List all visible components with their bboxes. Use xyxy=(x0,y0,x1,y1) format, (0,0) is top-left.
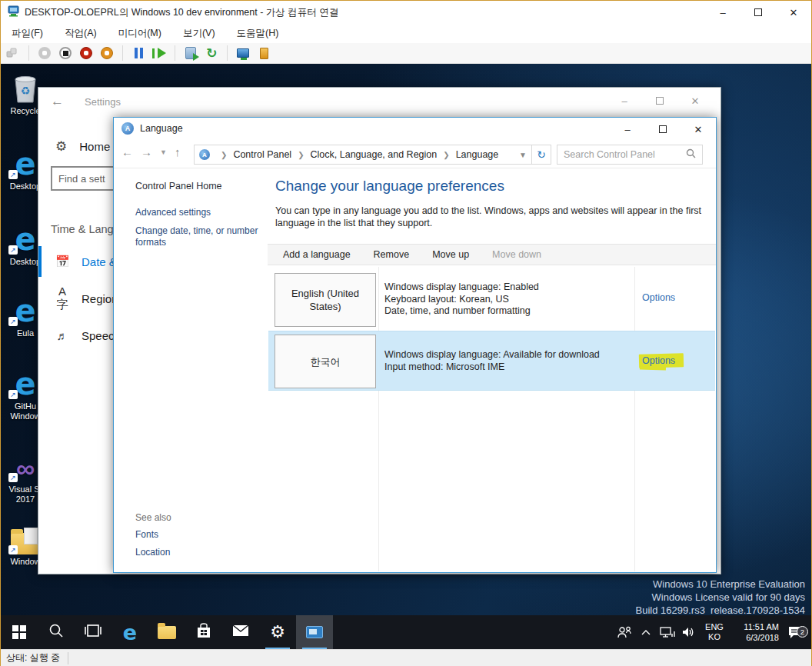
see-also-label: See also xyxy=(135,512,171,523)
settings-close-button[interactable]: ✕ xyxy=(677,88,713,114)
options-link-english[interactable]: Options xyxy=(642,292,675,303)
advanced-settings-link[interactable]: Advanced settings xyxy=(135,207,258,218)
shut-down-icon[interactable] xyxy=(99,45,115,61)
vm-toolbar: ↺ xyxy=(1,43,811,64)
shortcut-arrow-icon: ↗ xyxy=(8,245,18,255)
control-panel-home-link[interactable]: Control Panel Home xyxy=(135,181,268,191)
nav-back-icon[interactable]: ← xyxy=(121,145,133,158)
breadcrumb-clock-language-region[interactable]: Clock, Language, and Region xyxy=(311,149,438,160)
breadcrumb-control-panel[interactable]: Control Panel xyxy=(233,149,291,160)
taskbar-store-button[interactable] xyxy=(185,615,222,649)
menu-help[interactable]: 도움말(H) xyxy=(237,27,279,40)
language-maximize-button[interactable] xyxy=(645,118,681,141)
change-date-time-formats-link[interactable]: Change date, time, or number formats xyxy=(135,225,258,248)
checkpoint-icon[interactable] xyxy=(183,45,198,61)
start-button[interactable] xyxy=(1,615,38,649)
volume-icon[interactable] xyxy=(681,626,697,638)
language-row-english[interactable]: English (United States) Windows display … xyxy=(268,270,715,330)
tray-chevron-up-icon[interactable] xyxy=(637,629,654,635)
display-language-status: Windows display language: Enabled xyxy=(384,281,539,294)
display-language-status: Windows display language: Available for … xyxy=(384,349,600,361)
vm-statusbar: 상태: 실행 중 xyxy=(1,649,811,666)
ctrl-alt-del-icon[interactable] xyxy=(5,45,21,61)
move-up-button[interactable]: Move up xyxy=(424,249,477,260)
settings-titlebar: ← Settings – ✕ xyxy=(38,88,720,118)
pause-icon[interactable] xyxy=(131,45,146,61)
nav-forward-icon[interactable]: → xyxy=(141,145,152,158)
search-icon xyxy=(48,623,64,641)
action-center-button[interactable]: 2 xyxy=(784,625,807,639)
breadcrumb-dropdown-icon[interactable]: ▼ xyxy=(519,151,527,159)
task-view-icon xyxy=(85,624,102,640)
mail-icon xyxy=(232,624,249,640)
vm-maximize-button[interactable] xyxy=(740,1,776,24)
region-language-icon: A字 xyxy=(55,285,69,312)
taskbar-settings-button[interactable]: ⚙ xyxy=(259,615,296,649)
shortcut-arrow-icon: ↗ xyxy=(8,317,18,326)
keyboard-layout: Keyboard layout: Korean, US xyxy=(384,294,539,306)
settings-maximize-button[interactable] xyxy=(642,88,677,114)
page-title: Change your language preferences xyxy=(275,178,504,195)
edge-icon: e xyxy=(123,621,137,644)
system-tray: ENG KO 11:51 AM 6/3/2018 2 xyxy=(616,615,811,649)
nav-history-chevron-icon[interactable]: ▼ xyxy=(160,148,167,156)
location-link[interactable]: Location xyxy=(135,547,170,558)
page-description: You can type in any language you add to … xyxy=(275,205,706,229)
remove-button[interactable]: Remove xyxy=(366,249,418,260)
language-window-controls: – ✕ xyxy=(610,118,716,141)
start-vm-icon[interactable] xyxy=(37,45,52,61)
taskbar-language-app-button[interactable] xyxy=(296,615,333,649)
back-arrow-icon[interactable]: ← xyxy=(51,94,64,109)
network-icon[interactable] xyxy=(659,626,676,638)
vm-settings-icon[interactable] xyxy=(256,45,271,61)
settings-title: Settings xyxy=(85,96,121,108)
refresh-icon[interactable]: ↻ xyxy=(532,145,551,165)
language-window: A Language – ✕ ← → ▼ ↑ A ❯ Contr xyxy=(113,117,717,573)
language-sidebar: Control Panel Home Advanced settings Cha… xyxy=(114,168,268,572)
task-view-button[interactable] xyxy=(75,615,111,649)
breadcrumb[interactable]: A ❯ Control Panel ❯ Clock, Language, and… xyxy=(194,145,532,165)
add-a-language-button[interactable]: Add a language xyxy=(275,249,358,260)
settings-minimize-button[interactable]: – xyxy=(607,88,642,114)
taskbar-search-button[interactable] xyxy=(38,615,75,649)
vm-minimize-button[interactable]: – xyxy=(705,1,740,24)
language-name-box[interactable]: English (United States) xyxy=(275,273,376,327)
language-row-korean[interactable]: 한국어 Windows display language: Available … xyxy=(268,331,715,391)
options-link-korean[interactable]: Options xyxy=(642,355,811,366)
svg-text:♻: ♻ xyxy=(21,85,31,97)
turn-off-icon[interactable] xyxy=(78,45,94,61)
menu-file[interactable]: 파일(F) xyxy=(12,27,43,40)
menu-media[interactable]: 미디어(M) xyxy=(118,27,161,40)
vm-menubar: 파일(F) 작업(A) 미디어(M) 보기(V) 도움말(H) xyxy=(1,24,811,43)
breadcrumb-language[interactable]: Language xyxy=(456,149,499,160)
input-language-indicator[interactable]: ENG KO xyxy=(702,622,727,642)
vmconnect-window: DESKTOP-OLOEPRL의 Windows 10 dev environm… xyxy=(0,0,812,666)
menu-view[interactable]: 보기(V) xyxy=(183,27,215,40)
enhanced-session-icon[interactable] xyxy=(235,45,251,61)
revert-icon[interactable]: ↺ xyxy=(204,45,219,61)
language-close-button[interactable]: ✕ xyxy=(681,118,716,141)
vm-close-button[interactable]: ✕ xyxy=(776,1,811,24)
settings-window-controls: – ✕ xyxy=(607,88,713,114)
nav-up-icon[interactable]: ↑ xyxy=(175,145,181,158)
clock[interactable]: 11:51 AM 6/3/2018 xyxy=(731,621,779,643)
menu-action[interactable]: 작업(A) xyxy=(65,27,97,40)
shortcut-arrow-icon: ↗ xyxy=(8,170,18,179)
stop-vm-icon[interactable] xyxy=(58,45,73,61)
taskbar-edge-button[interactable]: e xyxy=(111,615,148,649)
calendar-clock-icon: 📅 xyxy=(55,255,69,268)
shortcut-arrow-icon: ↗ xyxy=(8,390,18,399)
fonts-link[interactable]: Fonts xyxy=(135,529,158,540)
control-panel-window-icon xyxy=(306,626,323,638)
active-accent-bar xyxy=(38,246,42,277)
vm-desktop: ♻ Recycle e↗ Desktop e↗ Desktop e↗ Eula … xyxy=(1,64,811,615)
resume-icon[interactable] xyxy=(151,45,167,61)
language-name-box[interactable]: 한국어 xyxy=(275,335,376,388)
people-icon[interactable] xyxy=(616,626,633,638)
control-panel-search-input[interactable]: Search Control Panel xyxy=(557,145,703,165)
taskbar-mail-button[interactable] xyxy=(222,615,259,649)
vm-window-controls: – ✕ xyxy=(705,1,811,24)
taskbar: e ⚙ ENG KO 11:51 AM 6/3/2018 2 xyxy=(1,615,811,649)
taskbar-file-explorer-button[interactable] xyxy=(148,615,185,649)
language-minimize-button[interactable]: – xyxy=(610,118,645,141)
